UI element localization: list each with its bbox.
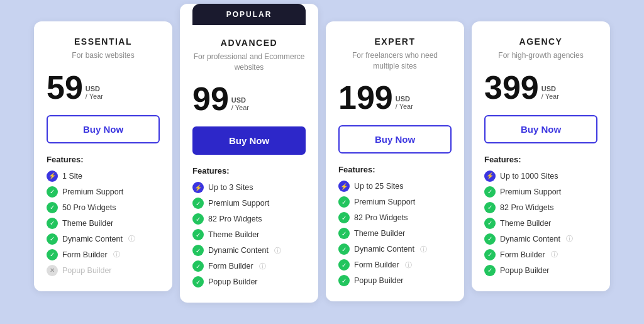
- price-currency-essential: USD: [86, 85, 103, 92]
- feature-item: ✓ Theme Builder: [484, 218, 597, 229]
- feature-item: ✓ Premium Support: [192, 198, 306, 209]
- feature-list-advanced: ⚡ Up to 3 Sites ✓ Premium Support ✓ 82 P…: [192, 182, 306, 288]
- check-icon: ✓: [47, 202, 58, 213]
- check-icon: ✓: [47, 249, 58, 260]
- pricing-container: ESSENTIALFor basic websites 59 USD / Yea…: [34, 21, 610, 303]
- feature-item: ✓ 82 Pro Widgets: [192, 213, 306, 225]
- check-icon: ✓: [484, 218, 496, 229]
- feature-item: ✓ Theme Builder: [338, 228, 452, 239]
- check-icon: ✓: [192, 198, 204, 209]
- buy-button-expert[interactable]: Buy Now: [338, 125, 452, 154]
- feature-text: Up to 3 Sites: [208, 183, 253, 192]
- feature-text: Popup Builder: [500, 266, 550, 275]
- buy-button-agency[interactable]: Buy Now: [484, 115, 597, 143]
- popular-badge: POPULAR: [192, 4, 306, 25]
- price-meta-agency: USD / Year: [541, 85, 559, 100]
- feature-text: Dynamic Content: [208, 246, 269, 255]
- features-label-agency: Features:: [484, 155, 597, 164]
- feature-text: 82 Pro Widgets: [500, 203, 553, 212]
- price-period-essential: / Year: [86, 92, 103, 100]
- check-icon: ✓: [338, 275, 350, 286]
- feature-item: ✓ Popup Builder: [484, 265, 597, 276]
- feature-text: 82 Pro Widgets: [208, 215, 262, 223]
- feature-text: Theme Builder: [500, 219, 551, 228]
- feature-text: Form Builder: [354, 260, 399, 269]
- price-amount-essential: 59: [47, 71, 83, 104]
- price-amount-advanced: 99: [192, 82, 229, 115]
- check-icon: ✓: [338, 196, 350, 208]
- price-meta-advanced: USD / Year: [231, 96, 249, 111]
- check-icon: ✓: [192, 276, 204, 288]
- plan-card-advanced: POPULARADVANCEDFor professional and Ecom…: [180, 4, 318, 303]
- check-icon: ✓: [338, 228, 350, 239]
- feature-item: ✓ 82 Pro Widgets: [484, 202, 597, 213]
- check-icon: ✓: [338, 259, 350, 271]
- price-currency-advanced: USD: [231, 96, 249, 104]
- price-period-advanced: / Year: [231, 104, 249, 111]
- price-meta-expert: USD / Year: [396, 95, 413, 110]
- info-icon[interactable]: ⓘ: [405, 260, 412, 270]
- feature-item: ✓ Premium Support: [484, 186, 597, 198]
- lightning-icon: ⚡: [484, 170, 496, 182]
- info-icon[interactable]: ⓘ: [420, 245, 427, 254]
- info-icon[interactable]: ⓘ: [566, 234, 573, 243]
- check-icon: ✓: [192, 245, 204, 256]
- feature-text: Dynamic Content: [354, 245, 414, 254]
- feature-item: ✓ Theme Builder: [47, 218, 160, 229]
- feature-item: ✓ Dynamic Contentⓘ: [484, 233, 597, 245]
- plan-card-essential: ESSENTIALFor basic websites 59 USD / Yea…: [34, 21, 172, 291]
- check-icon: ✓: [338, 243, 350, 255]
- price-currency-agency: USD: [541, 85, 559, 92]
- feature-item: ✓ Popup Builder: [192, 276, 306, 288]
- feature-text: Theme Builder: [354, 229, 405, 238]
- info-icon[interactable]: ⓘ: [551, 250, 558, 259]
- feature-text: Form Builder: [208, 262, 253, 271]
- feature-text: Premium Support: [500, 187, 561, 196]
- check-icon: ✓: [47, 233, 58, 245]
- feature-item: ✓ Form Builderⓘ: [338, 259, 452, 271]
- info-icon[interactable]: ⓘ: [113, 250, 120, 259]
- check-icon: ✓: [484, 202, 496, 213]
- feature-text: Dynamic Content: [62, 235, 123, 243]
- feature-text: Up to 25 Sites: [354, 182, 404, 191]
- feature-item: ✓ Form Builderⓘ: [47, 249, 160, 260]
- feature-item: ✕ Popup Builder: [47, 265, 160, 276]
- feature-list-agency: ⚡ Up to 1000 Sites ✓ Premium Support ✓ 8…: [484, 170, 597, 276]
- feature-item: ⚡ 1 Site: [47, 170, 160, 182]
- price-row-advanced: 99 USD / Year: [192, 82, 306, 115]
- feature-text: 82 Pro Widgets: [354, 213, 408, 222]
- feature-item: ✓ 82 Pro Widgets: [338, 212, 452, 223]
- info-icon[interactable]: ⓘ: [274, 246, 281, 255]
- price-row-agency: 399 USD / Year: [484, 71, 597, 104]
- check-icon: ✓: [338, 212, 350, 223]
- plan-name-essential: ESSENTIAL: [47, 36, 160, 47]
- feature-item: ✓ Dynamic Contentⓘ: [192, 245, 306, 256]
- features-label-expert: Features:: [338, 165, 452, 174]
- feature-item: ✓ Popup Builder: [338, 275, 452, 286]
- feature-item: ✓ Premium Support: [338, 196, 452, 208]
- check-icon: ✓: [192, 213, 204, 225]
- feature-text: Premium Support: [208, 199, 269, 208]
- buy-button-advanced[interactable]: Buy Now: [192, 126, 306, 155]
- info-icon[interactable]: ⓘ: [128, 234, 135, 243]
- buy-button-essential[interactable]: Buy Now: [47, 115, 160, 143]
- feature-item: ⚡ Up to 1000 Sites: [484, 170, 597, 182]
- feature-text: 1 Site: [62, 172, 82, 181]
- check-icon: ✓: [484, 249, 496, 260]
- x-icon: ✕: [47, 265, 58, 276]
- feature-text: 50 Pro Widgets: [62, 203, 116, 212]
- check-icon: ✓: [47, 186, 58, 198]
- feature-item: ✓ Dynamic Contentⓘ: [47, 233, 160, 245]
- check-icon: ✓: [192, 229, 204, 240]
- price-row-essential: 59 USD / Year: [47, 71, 160, 104]
- feature-item: ⚡ Up to 3 Sites: [192, 182, 306, 193]
- check-icon: ✓: [484, 233, 496, 245]
- price-row-expert: 199 USD / Year: [338, 81, 452, 114]
- plan-card-agency: AGENCYFor high-growth agencies 399 USD /…: [472, 21, 610, 291]
- plan-card-expert: EXPERTFor freelancers who need multiple …: [326, 21, 464, 302]
- info-icon[interactable]: ⓘ: [259, 262, 266, 271]
- price-amount-expert: 199: [338, 81, 393, 114]
- feature-list-essential: ⚡ 1 Site ✓ Premium Support ✓ 50 Pro Widg…: [47, 170, 160, 276]
- feature-item: ✓ Form Builderⓘ: [192, 260, 306, 272]
- price-currency-expert: USD: [396, 95, 413, 103]
